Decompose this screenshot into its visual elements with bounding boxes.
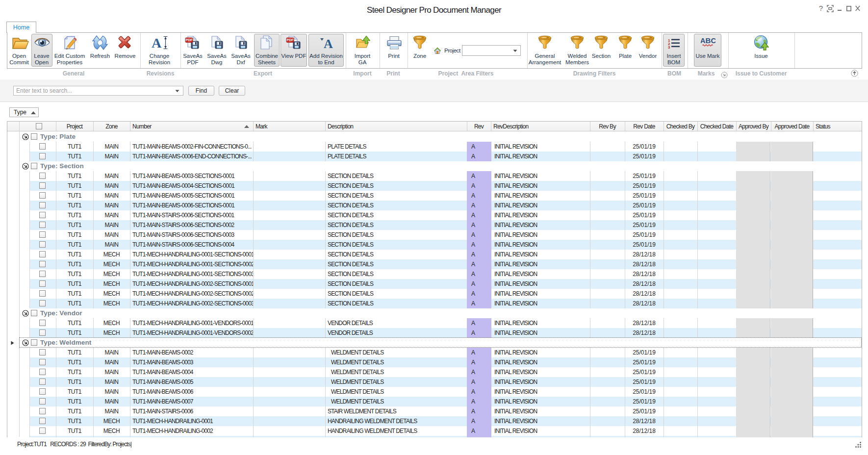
svg-text:PDF: PDF (287, 38, 294, 42)
svg-text:PDF: PDF (186, 38, 193, 42)
svg-text:A: A (324, 37, 333, 51)
svg-text:3: 3 (668, 45, 670, 50)
svg-text:A: A (152, 35, 162, 51)
svg-text:ABC: ABC (701, 36, 715, 45)
